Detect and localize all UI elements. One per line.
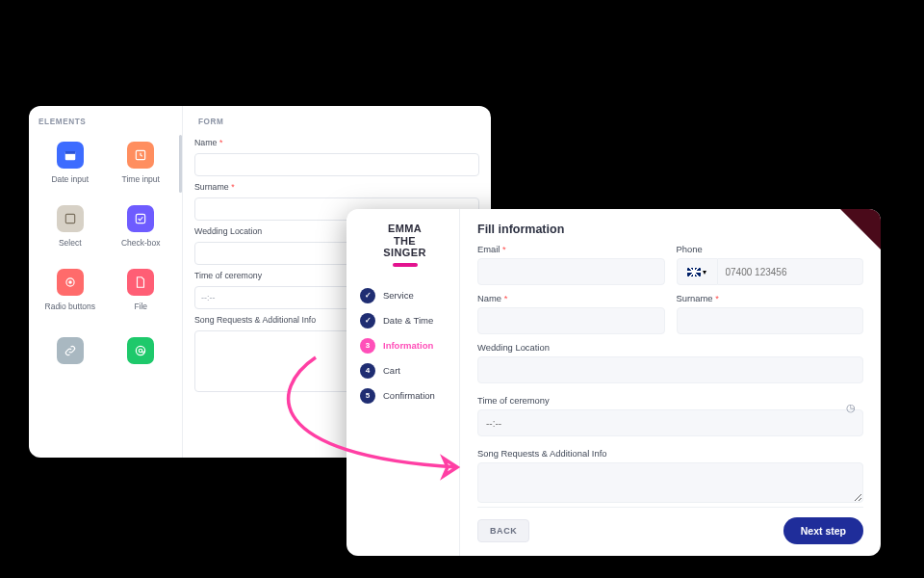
chevron-down-icon: ▾ [703,268,706,276]
element-link[interactable] [37,323,104,384]
element-checkbox[interactable]: Check-box [108,196,175,257]
step-label: Cart [383,365,400,376]
booking-footer: BACK Next step [477,507,863,544]
scrollbar-thumb[interactable] [179,135,182,193]
brand-logo: EMMA THE SINGER [360,223,449,267]
form-header: FORM [194,114,479,132]
element-date-input[interactable]: Date input [37,132,104,194]
surname-label: Surname * [677,293,864,303]
step-number-icon: 4 [360,363,375,379]
element-time-input[interactable]: Time input [108,132,175,194]
phone-label: Phone [677,244,864,254]
step-service[interactable]: ✓ Service [360,288,449,303]
radio-icon [57,269,84,296]
svg-rect-3 [65,214,74,223]
step-cart[interactable]: 4 Cart [360,363,449,379]
location-label: Wedding Location [477,342,863,353]
element-radio[interactable]: Radio buttons [37,259,104,321]
element-label: Date input [51,174,89,184]
at-icon [127,337,154,364]
svg-point-7 [137,346,145,355]
booking-form-panel: Fill information Email * Phone ▾ Name * [460,209,881,556]
email-label: Email * [477,244,665,254]
surname-label: Surname * [194,182,479,192]
clock-box-icon [127,142,154,169]
name-label: Name * [194,138,479,147]
step-label: Service [383,290,414,301]
check-icon: ✓ [360,313,375,328]
element-label: Time input [122,174,160,184]
element-label: Check-box [121,238,161,248]
check-icon: ✓ [360,288,375,303]
next-step-button[interactable]: Next step [783,517,863,544]
elements-header: ELEMENTS [35,114,176,132]
name-label: Name * [477,293,665,303]
clock-icon: ◷ [846,402,856,414]
name-field[interactable] [194,153,479,176]
time-label: Time of ceremony [477,395,863,406]
link-icon [57,337,84,364]
step-information[interactable]: 3 Information [360,338,449,354]
element-select[interactable]: Select [37,196,104,257]
booking-widget: EMMA THE SINGER ✓ Service ✓ Date & Time … [346,209,881,556]
location-field[interactable] [477,356,863,383]
surname-field[interactable] [677,307,864,334]
svg-rect-4 [137,214,145,223]
step-number-icon: 3 [360,338,375,354]
element-label: File [134,302,147,311]
element-email[interactable] [108,323,175,384]
notes-field[interactable] [477,462,863,503]
step-label: Confirmation [383,390,435,401]
phone-field[interactable] [717,258,864,285]
country-code-selector[interactable]: ▾ [677,258,717,285]
step-datetime[interactable]: ✓ Date & Time [360,313,449,328]
notes-label: Song Requests & Additional Info [477,448,863,459]
panel-title: Fill information [477,223,863,236]
svg-rect-1 [65,151,76,154]
booking-sidebar: EMMA THE SINGER ✓ Service ✓ Date & Time … [346,209,460,556]
select-icon [57,205,84,232]
svg-point-6 [68,280,72,284]
corner-ribbon-icon [839,209,881,250]
file-icon [127,269,154,296]
step-label: Date & Time [383,315,433,326]
step-confirmation[interactable]: 5 Confirmation [360,388,449,404]
element-label: Select [59,238,82,248]
element-label: Radio buttons [45,302,95,311]
elements-panel: ELEMENTS Date input Time input Select [29,106,183,458]
element-file[interactable]: File [108,259,175,321]
elements-grid: Date input Time input Select Check-box [35,132,176,384]
back-button[interactable]: BACK [477,519,529,542]
uk-flag-icon [687,268,701,276]
time-field[interactable] [477,409,863,436]
step-number-icon: 5 [360,388,375,404]
stepper: ✓ Service ✓ Date & Time 3 Information 4 … [360,288,449,404]
step-label: Information [383,340,433,351]
email-field[interactable] [477,258,665,285]
name-field[interactable] [477,307,665,334]
calendar-icon [57,142,84,169]
checkbox-icon [127,205,154,232]
